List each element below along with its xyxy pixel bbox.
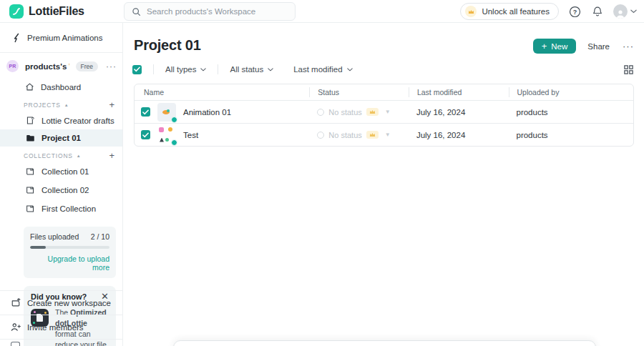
column-header-last-modified[interactable]: Last modified: [409, 87, 509, 97]
column-header-name[interactable]: Name: [135, 87, 309, 97]
topbar: LottieFiles Search products's Workspace …: [0, 0, 644, 23]
workspace-name: products's Worksp...: [25, 62, 69, 71]
filter-divider: [153, 64, 154, 74]
sort-last-modified[interactable]: Last modified: [293, 65, 352, 74]
user-avatar: [613, 4, 628, 19]
sidebar-item-dashboard[interactable]: Dashboard: [0, 78, 122, 96]
files-table: Name Status Last modified Uploaded by: [134, 84, 634, 147]
plan-badge: Free: [76, 61, 98, 71]
create-workspace-label: Create new workspace: [27, 299, 111, 307]
last-modified-cell: July 16, 2024: [409, 108, 509, 117]
sidebar: Premium Animations PR products's Worksp.…: [0, 23, 123, 346]
dotlottie-badge-icon: [171, 117, 177, 123]
lightning-icon: [11, 33, 21, 43]
unlock-label: Unlock all features: [482, 7, 550, 16]
add-collection-button[interactable]: +: [109, 152, 115, 159]
chevron-down-icon: ▼: [385, 132, 391, 138]
uploaded-by-cell: products: [509, 131, 634, 139]
draft-file-icon: [26, 116, 35, 125]
account-menu[interactable]: [613, 4, 637, 19]
collection-label: Collection 01: [42, 167, 89, 176]
sidebar-divider: [0, 339, 122, 340]
status-label: No status: [328, 108, 361, 117]
collapse-caret-icon: ▲: [64, 103, 69, 107]
notifications-bell-button[interactable]: [590, 4, 605, 19]
status-selector[interactable]: No status ▼: [309, 131, 409, 139]
filter-types-label: All types: [165, 65, 196, 74]
new-button[interactable]: + New: [533, 39, 577, 54]
file-name[interactable]: Test: [183, 131, 198, 139]
invite-members-button[interactable]: Invite members: [0, 315, 122, 340]
workspace-avatar: PR: [6, 60, 19, 72]
home-icon: [25, 82, 34, 92]
premium-crown-icon: [366, 108, 379, 116]
filter-bar: All types All status Last modified: [132, 64, 634, 74]
new-workspace-icon: [11, 298, 21, 307]
trash-icon[interactable]: [11, 342, 20, 346]
filter-all-status[interactable]: All status: [230, 65, 273, 74]
row-checkbox[interactable]: [141, 107, 150, 117]
workspace-switcher[interactable]: PR products's Worksp... Free ···: [0, 53, 122, 78]
table-row[interactable]: Test No status ▼ July 16, 2024 products: [135, 123, 633, 146]
sidebar-item-project-01[interactable]: Project 01: [0, 129, 122, 147]
invite-person-icon: [11, 322, 21, 332]
sidebar-item-lottie-creator-drafts[interactable]: Lottie Creator drafts: [0, 112, 122, 129]
filter-divider: [218, 64, 218, 74]
selection-action-toolbar[interactable]: [173, 340, 596, 346]
select-all-checkbox[interactable]: [132, 65, 142, 74]
row-checkbox[interactable]: [141, 130, 150, 139]
status-label: No status: [328, 131, 361, 139]
project-actions: + New Share ···: [533, 39, 634, 54]
upload-progress-bar: [30, 246, 109, 249]
filter-all-types[interactable]: All types: [165, 65, 206, 74]
filter-status-label: All status: [230, 65, 263, 74]
lottiefiles-logo[interactable]: LottieFiles: [0, 4, 84, 19]
dotlottie-badge-icon: [171, 139, 177, 146]
collection-folder-icon: [26, 167, 35, 176]
help-button[interactable]: ?: [567, 4, 582, 19]
brand-wordmark: LottieFiles: [29, 5, 84, 18]
premium-crown-icon: [366, 131, 379, 139]
share-button[interactable]: Share: [587, 42, 610, 51]
unlock-all-features-button[interactable]: Unlock all features: [460, 3, 559, 20]
project-label: Lottie Creator drafts: [42, 117, 114, 125]
plus-icon: +: [542, 42, 547, 50]
new-button-label: New: [551, 42, 567, 51]
lottiefiles-logo-icon: [9, 4, 24, 19]
collection-label: Collection 02: [42, 186, 89, 194]
collections-section-header[interactable]: COLLECTIONS ▲ +: [0, 147, 122, 162]
search-placeholder: Search products's Workspace: [147, 7, 255, 16]
search-icon: [132, 7, 141, 16]
search-input[interactable]: Search products's Workspace: [124, 2, 296, 21]
create-workspace-button[interactable]: Create new workspace: [0, 290, 122, 315]
sidebar-item-collection-01[interactable]: Collection 01: [0, 162, 122, 181]
column-header-status[interactable]: Status: [309, 87, 409, 97]
upgrade-link[interactable]: Upgrade to upload more: [30, 254, 109, 272]
files-uploaded-count: 2 / 10: [91, 232, 109, 241]
chevron-down-icon: ▼: [385, 109, 391, 115]
projects-header-label: PROJECTS: [24, 102, 61, 109]
sidebar-item-premium-animations[interactable]: Premium Animations: [0, 23, 122, 52]
invite-members-label: Invite members: [27, 323, 84, 332]
status-selector[interactable]: No status ▼: [309, 108, 409, 117]
add-project-button[interactable]: +: [109, 102, 115, 109]
app-window: LottieFiles Search products's Workspace …: [0, 0, 644, 346]
grid-view-toggle[interactable]: [623, 64, 634, 75]
chevron-down-icon: [630, 9, 637, 14]
column-header-uploaded-by[interactable]: Uploaded by: [509, 87, 634, 97]
project-more-button[interactable]: ···: [623, 41, 634, 51]
dashboard-label: Dashboard: [41, 83, 81, 92]
sidebar-item-collection-02[interactable]: Collection 02: [0, 181, 122, 199]
status-circle-icon: [317, 132, 324, 139]
topbar-right-cluster: Unlock all features ?: [460, 0, 637, 23]
file-name[interactable]: Animation 01: [183, 108, 231, 117]
collection-folder-icon: [26, 204, 35, 213]
table-row[interactable]: Animation 01 No status ▼ July 16, 2024 p…: [135, 100, 633, 123]
main-panel: Project 01 + New Share ··· All types: [123, 23, 644, 346]
sidebar-item-first-collection[interactable]: First Collection: [0, 199, 122, 218]
upload-usage-card: Files uploaded 2 / 10 Upgrade to upload …: [24, 227, 116, 278]
page-title: Project 01: [134, 37, 201, 54]
projects-section-header[interactable]: PROJECTS ▲ +: [0, 96, 122, 112]
folder-filled-icon: [26, 134, 35, 142]
workspace-more-button[interactable]: ···: [106, 61, 117, 71]
